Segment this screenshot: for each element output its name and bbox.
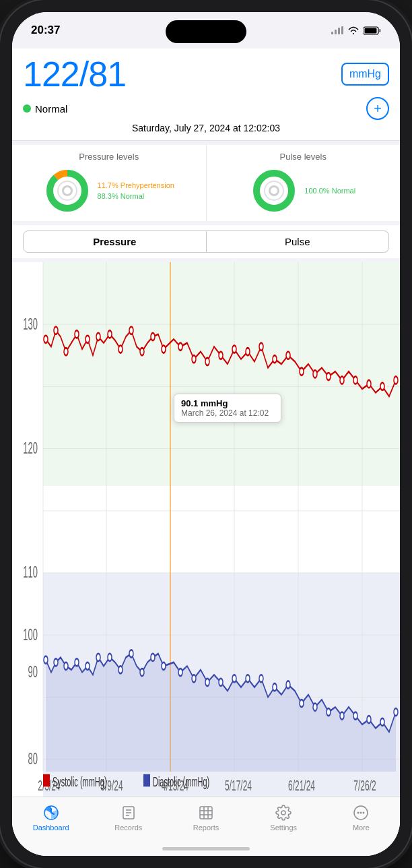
svg-point-85 (192, 675, 196, 682)
date-label: Saturday, July 27, 2024 at 12:02:03 (23, 123, 389, 133)
dynamic-island (166, 20, 246, 43)
svg-text:6/21/24: 6/21/24 (288, 777, 315, 794)
normal-pressure-label: 88.3% Normal (98, 192, 174, 200)
svg-point-65 (327, 373, 331, 380)
svg-point-91 (273, 683, 277, 691)
svg-point-47 (96, 333, 100, 340)
add-button[interactable]: + (366, 97, 389, 120)
more-icon (352, 804, 370, 822)
svg-point-45 (75, 330, 79, 338)
tab-reports-label: Reports (193, 824, 219, 832)
svg-text:110: 110 (23, 563, 38, 581)
svg-text:80: 80 (28, 750, 38, 768)
status-badge: Normal (23, 103, 67, 115)
svg-point-44 (64, 348, 68, 355)
pressure-levels-panel: Pressure levels (12, 145, 207, 221)
settings-icon (275, 804, 292, 822)
pulse-segment-button[interactable]: Pulse (207, 230, 390, 253)
tab-more[interactable]: More (322, 804, 400, 832)
svg-point-76 (85, 662, 90, 670)
svg-point-96 (340, 712, 344, 720)
svg-point-90 (259, 675, 263, 682)
svg-point-13 (64, 187, 71, 194)
line-chart-svg: 130 120 110 100 90 80 (12, 262, 400, 797)
svg-point-86 (205, 679, 209, 686)
svg-text:100: 100 (23, 625, 38, 643)
svg-point-50 (129, 327, 133, 334)
reports-icon (197, 804, 215, 822)
tab-dashboard[interactable]: Dashboard (12, 804, 90, 832)
phone-frame: 20:37 (0, 0, 412, 868)
svg-point-121 (281, 811, 285, 815)
svg-point-87 (219, 679, 223, 686)
svg-point-62 (286, 352, 290, 359)
svg-text:7/26/2: 7/26/2 (353, 777, 376, 794)
svg-point-77 (96, 654, 100, 661)
tab-more-label: More (353, 824, 370, 832)
svg-text:130: 130 (23, 315, 38, 332)
bp-value: 122/81 (23, 54, 126, 94)
tab-records[interactable]: Records (90, 804, 167, 832)
svg-point-83 (162, 662, 166, 670)
svg-point-18 (271, 187, 277, 194)
svg-point-123 (357, 812, 359, 814)
svg-point-82 (151, 654, 155, 661)
wifi-icon (347, 26, 359, 35)
home-indicator (162, 847, 250, 850)
svg-rect-6 (365, 28, 377, 33)
svg-point-53 (162, 346, 166, 353)
tab-reports[interactable]: Reports (167, 804, 244, 832)
svg-point-49 (118, 346, 123, 353)
svg-point-95 (327, 708, 331, 716)
tab-settings[interactable]: Settings (245, 804, 322, 832)
tab-records-label: Records (114, 824, 142, 832)
battery-icon (364, 26, 381, 35)
svg-text:5/17/24: 5/17/24 (225, 777, 252, 794)
svg-point-89 (246, 675, 250, 682)
donut-charts-row: Pressure levels (12, 145, 400, 221)
svg-point-42 (44, 336, 48, 343)
pressure-levels-title: Pressure levels (79, 152, 139, 162)
svg-point-73 (54, 658, 58, 666)
prehypertension-label: 11.7% Prehypertension (98, 181, 174, 189)
svg-point-60 (259, 343, 263, 350)
svg-point-79 (118, 666, 123, 673)
unit-button[interactable]: mmHg (341, 63, 389, 86)
content-area: 122/81 mmHg Normal + Saturday, July 27, … (12, 49, 400, 856)
svg-point-94 (313, 704, 317, 711)
svg-rect-116 (200, 807, 212, 819)
signal-icon (331, 26, 343, 34)
svg-point-57 (219, 352, 223, 359)
status-time: 20:37 (31, 24, 60, 37)
svg-point-74 (64, 662, 68, 670)
svg-point-97 (353, 712, 357, 720)
svg-point-48 (108, 330, 112, 338)
svg-point-93 (300, 700, 304, 707)
svg-point-70 (394, 377, 398, 384)
svg-rect-2 (338, 28, 340, 34)
header-card: 122/81 mmHg Normal + Saturday, July 27, … (12, 49, 400, 141)
svg-point-66 (340, 377, 344, 384)
svg-point-43 (54, 327, 58, 334)
svg-point-64 (313, 370, 317, 377)
svg-point-78 (108, 654, 112, 661)
svg-point-67 (353, 377, 357, 384)
svg-point-99 (380, 718, 384, 726)
dashboard-icon (42, 804, 60, 822)
svg-text:Diastolic (mmHg): Diastolic (mmHg) (153, 774, 209, 789)
svg-point-88 (232, 675, 236, 682)
svg-text:90: 90 (28, 663, 38, 681)
svg-text:Systolic (mmHg): Systolic (mmHg) (53, 774, 107, 789)
svg-rect-108 (43, 774, 50, 786)
line-chart-area[interactable]: 130 120 110 100 90 80 (12, 262, 400, 797)
tab-dashboard-label: Dashboard (33, 824, 69, 832)
pressure-donut-chart (44, 167, 91, 214)
svg-point-46 (85, 336, 90, 343)
tab-settings-label: Settings (270, 824, 297, 832)
svg-point-55 (192, 355, 196, 363)
svg-rect-110 (143, 774, 150, 786)
pressure-segment-button[interactable]: Pressure (23, 230, 207, 253)
svg-point-92 (286, 681, 290, 688)
svg-point-54 (178, 343, 182, 350)
status-icons (331, 26, 381, 35)
